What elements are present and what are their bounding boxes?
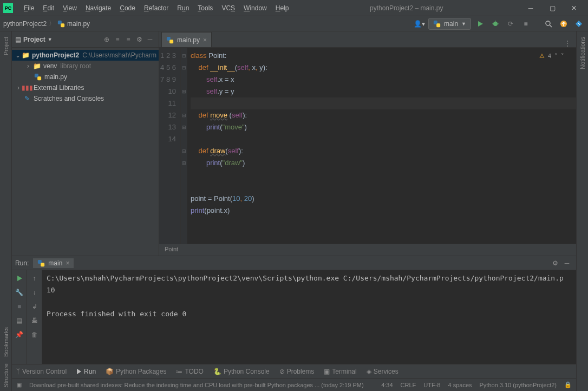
user-icon[interactable]: 👤▾: [413, 18, 425, 30]
gear-icon[interactable]: ⚙: [134, 34, 145, 45]
code-area[interactable]: ⚠ 4 ˄ ˅ 1 2 3 4 5 6 7 8 9 10 11 12 13 14…: [159, 48, 576, 244]
run-button[interactable]: [474, 18, 486, 30]
chevron-down-icon[interactable]: ▼: [48, 37, 53, 42]
collapse-all-button[interactable]: ≡: [123, 34, 134, 45]
tab-run[interactable]: Run: [76, 368, 96, 375]
softwrap-button[interactable]: ↲: [29, 301, 41, 312]
editor-breadcrumb[interactable]: Point: [159, 244, 576, 256]
window-title: pythonProject2 – main.py: [293, 4, 520, 12]
menu-edit[interactable]: Edit: [38, 2, 58, 14]
left-gutter: Project Bookmarks Structure: [0, 31, 12, 391]
stop-button[interactable]: ■: [520, 18, 532, 30]
menu-window[interactable]: Window: [239, 2, 271, 14]
status-cursor-pos[interactable]: 4:34: [381, 382, 393, 388]
close-icon[interactable]: ×: [66, 259, 69, 267]
lock-icon[interactable]: 🔒: [564, 381, 572, 388]
ide-scripting-button[interactable]: [573, 18, 585, 30]
tool-windows-button[interactable]: ▣: [16, 381, 22, 388]
coverage-button[interactable]: ⟳: [505, 18, 517, 30]
breadcrumb-file[interactable]: main.py: [67, 20, 90, 28]
tree-row-file[interactable]: main.py: [12, 71, 159, 82]
console-icon: 🐍: [213, 368, 221, 375]
inspection-indicator[interactable]: ⚠ 4 ˄ ˅: [539, 50, 564, 62]
status-encoding[interactable]: UTF-8: [423, 382, 440, 388]
tab-services[interactable]: ◈Services: [367, 368, 398, 375]
gear-icon[interactable]: ⚙: [549, 257, 561, 269]
main-area: Project Bookmarks Structure ▤ Project ▼ …: [0, 31, 588, 391]
debug-button[interactable]: [489, 18, 501, 30]
menu-tools[interactable]: Tools: [193, 2, 217, 14]
expand-all-button[interactable]: ≡: [112, 34, 123, 45]
run-tab[interactable]: main ×: [33, 258, 74, 268]
tab-python-console[interactable]: 🐍Python Console: [213, 368, 270, 375]
list-icon: ≔: [176, 368, 182, 375]
sidebar-tab-structure[interactable]: Structure: [3, 360, 9, 391]
python-file-icon: [166, 36, 174, 44]
updates-button[interactable]: [558, 18, 570, 30]
hide-panel-button[interactable]: ─: [561, 257, 573, 269]
menu-run[interactable]: Run: [173, 2, 193, 14]
breadcrumb-project[interactable]: pythonProject2: [3, 20, 47, 28]
close-button[interactable]: ✕: [563, 0, 585, 16]
tab-version-control[interactable]: ᛉVersion Control: [16, 368, 67, 375]
wrench-icon[interactable]: 🔧: [14, 286, 25, 298]
titlebar: PC File Edit View Navigate Code Refactor…: [0, 0, 588, 16]
fold-column[interactable]: ⊟ ⊟ ⊞ ⊟ ⊞ ⊟ ⊞: [181, 48, 187, 244]
select-opened-file-button[interactable]: ⊕: [101, 34, 112, 45]
menu-help[interactable]: Help: [271, 2, 293, 14]
sidebar-tab-bookmarks[interactable]: Bookmarks: [3, 324, 9, 360]
project-panel-header: ▤ Project ▼ ⊕ ≡ ≡ ⚙ ─: [12, 31, 159, 48]
layout-button[interactable]: ▤: [14, 315, 25, 327]
menu-file[interactable]: File: [19, 2, 38, 14]
down-icon[interactable]: ↓: [29, 286, 41, 298]
run-tab-label: main: [48, 259, 62, 267]
search-button[interactable]: [543, 18, 554, 30]
status-interpreter[interactable]: Python 3.10 (pythonProject2): [480, 382, 557, 388]
svg-rect-3: [436, 23, 440, 27]
tree-row-project-root[interactable]: ⌄ 📁 pythonProject2 C:\Users\mshah\Pychar…: [12, 50, 159, 61]
tab-todo[interactable]: ≔TODO: [176, 368, 203, 375]
tree-row-scratches[interactable]: ✎ Scratches and Consoles: [12, 93, 159, 104]
sidebar-tab-project[interactable]: Project: [3, 34, 9, 58]
stop-button[interactable]: ■: [14, 301, 25, 312]
tab-problems[interactable]: ⊘Problems: [279, 368, 315, 375]
editor-tabs-more[interactable]: ⋮: [559, 40, 576, 47]
rerun-button[interactable]: [14, 272, 25, 284]
sidebar-tab-notifications[interactable]: Notifications: [579, 34, 586, 73]
menu-navigate[interactable]: Navigate: [81, 2, 115, 14]
branch-icon: ᛉ: [16, 368, 20, 375]
problems-icon: ⊘: [279, 368, 285, 375]
tree-row-venv[interactable]: › 📁 venv library root: [12, 61, 159, 71]
menu-code[interactable]: Code: [115, 2, 140, 14]
python-file-icon: [433, 20, 441, 28]
nav-down-icon[interactable]: ˅: [561, 50, 564, 62]
run-controls-col1: 🔧 ■ ▤ 📌: [12, 270, 27, 364]
chevron-icon: 〉: [49, 19, 55, 28]
code-text[interactable]: class Point: def __init__(self, x, y): s…: [187, 48, 576, 244]
statusbar: ▣ Download pre-built shared indexes: Red…: [12, 378, 576, 391]
menu-vcs[interactable]: VCS: [217, 2, 239, 14]
console-output[interactable]: C:\Users\mshah\PycharmProjects\pythonPro…: [42, 270, 576, 364]
tab-python-packages[interactable]: 📦Python Packages: [106, 368, 166, 375]
nav-up-icon[interactable]: ˄: [554, 50, 558, 62]
svg-line-9: [550, 25, 552, 27]
pin-button[interactable]: 📌: [14, 329, 25, 341]
status-line-sep[interactable]: CRLF: [401, 382, 416, 388]
editor-tab-main[interactable]: main.py ×: [161, 32, 212, 47]
hide-panel-button[interactable]: ─: [145, 34, 155, 45]
tab-terminal[interactable]: ▣Terminal: [324, 368, 356, 375]
close-tab-button[interactable]: ×: [203, 36, 207, 44]
status-message[interactable]: Download pre-built shared indexes: Reduc…: [29, 382, 374, 388]
tree-row-external-libraries[interactable]: › ▮▮▮ External Libraries: [12, 82, 159, 93]
run-config-selector[interactable]: main ▼: [428, 18, 471, 30]
project-tree[interactable]: ⌄ 📁 pythonProject2 C:\Users\mshah\Pychar…: [12, 48, 159, 106]
minimize-button[interactable]: ─: [520, 0, 541, 16]
print-button[interactable]: 🖶: [29, 315, 41, 327]
menu-refactor[interactable]: Refactor: [140, 2, 173, 14]
trash-icon[interactable]: 🗑: [29, 329, 41, 341]
up-icon[interactable]: ↑: [29, 272, 41, 284]
play-icon: [76, 369, 82, 374]
status-indent[interactable]: 4 spaces: [448, 382, 472, 388]
maximize-button[interactable]: ▢: [541, 0, 563, 16]
menu-view[interactable]: View: [58, 2, 81, 14]
